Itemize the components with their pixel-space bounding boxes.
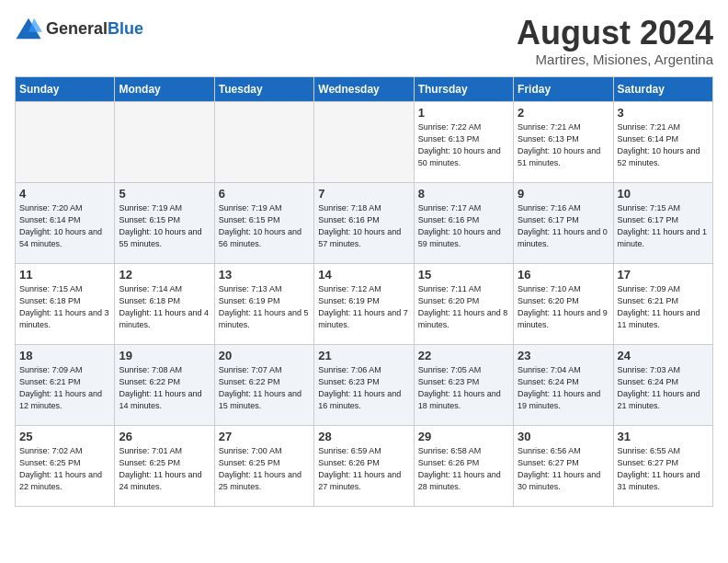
day-info: Sunrise: 7:08 AM Sunset: 6:22 PM Dayligh… <box>119 364 210 412</box>
day-number: 6 <box>219 187 310 201</box>
calendar-cell: 18Sunrise: 7:09 AM Sunset: 6:21 PM Dayli… <box>16 344 115 425</box>
logo-general: GeneralBlue <box>46 20 143 38</box>
day-number: 4 <box>19 187 110 201</box>
logo-icon <box>15 15 42 42</box>
day-number: 11 <box>19 268 110 282</box>
calendar-cell: 24Sunrise: 7:03 AM Sunset: 6:24 PM Dayli… <box>613 344 712 425</box>
day-info: Sunrise: 7:09 AM Sunset: 6:21 PM Dayligh… <box>618 283 709 331</box>
day-info: Sunrise: 7:21 AM Sunset: 6:13 PM Dayligh… <box>518 121 609 169</box>
day-info: Sunrise: 7:10 AM Sunset: 6:20 PM Dayligh… <box>518 283 609 331</box>
day-number: 16 <box>518 268 609 282</box>
calendar-cell: 31Sunrise: 6:55 AM Sunset: 6:27 PM Dayli… <box>613 425 712 506</box>
calendar-cell: 28Sunrise: 6:59 AM Sunset: 6:26 PM Dayli… <box>314 425 414 506</box>
calendar-cell: 2Sunrise: 7:21 AM Sunset: 6:13 PM Daylig… <box>514 101 613 182</box>
header: GeneralBlue August 2024 Martires, Mision… <box>15 15 713 67</box>
day-info: Sunrise: 7:02 AM Sunset: 6:25 PM Dayligh… <box>19 445 110 493</box>
day-number: 25 <box>19 430 110 443</box>
day-info: Sunrise: 7:15 AM Sunset: 6:18 PM Dayligh… <box>19 283 110 331</box>
day-info: Sunrise: 7:19 AM Sunset: 6:15 PM Dayligh… <box>219 202 310 250</box>
calendar-cell <box>214 101 313 182</box>
month-title: August 2024 <box>517 15 713 52</box>
calendar-week-row: 4Sunrise: 7:20 AM Sunset: 6:14 PM Daylig… <box>16 182 713 263</box>
weekday-header: Sunday <box>16 76 115 101</box>
day-info: Sunrise: 7:20 AM Sunset: 6:14 PM Dayligh… <box>19 202 110 250</box>
day-info: Sunrise: 7:18 AM Sunset: 6:16 PM Dayligh… <box>318 202 409 250</box>
calendar-cell: 16Sunrise: 7:10 AM Sunset: 6:20 PM Dayli… <box>514 263 613 344</box>
calendar-cell: 1Sunrise: 7:22 AM Sunset: 6:13 PM Daylig… <box>414 101 513 182</box>
calendar-table: SundayMondayTuesdayWednesdayThursdayFrid… <box>15 76 713 507</box>
calendar-cell: 3Sunrise: 7:21 AM Sunset: 6:14 PM Daylig… <box>613 101 712 182</box>
day-info: Sunrise: 7:09 AM Sunset: 6:21 PM Dayligh… <box>19 364 110 412</box>
day-number: 31 <box>618 430 709 443</box>
location-title: Martires, Misiones, Argentina <box>517 52 713 67</box>
day-info: Sunrise: 7:14 AM Sunset: 6:18 PM Dayligh… <box>119 283 210 331</box>
day-number: 28 <box>318 430 409 443</box>
day-number: 23 <box>518 349 609 362</box>
calendar-cell: 14Sunrise: 7:12 AM Sunset: 6:19 PM Dayli… <box>314 263 414 344</box>
day-info: Sunrise: 7:07 AM Sunset: 6:22 PM Dayligh… <box>219 364 310 412</box>
calendar-cell: 17Sunrise: 7:09 AM Sunset: 6:21 PM Dayli… <box>613 263 712 344</box>
calendar-week-row: 25Sunrise: 7:02 AM Sunset: 6:25 PM Dayli… <box>16 425 713 506</box>
day-info: Sunrise: 7:17 AM Sunset: 6:16 PM Dayligh… <box>418 202 509 250</box>
day-number: 19 <box>119 349 210 362</box>
day-number: 20 <box>219 349 310 362</box>
day-info: Sunrise: 7:19 AM Sunset: 6:15 PM Dayligh… <box>119 202 210 250</box>
day-info: Sunrise: 6:55 AM Sunset: 6:27 PM Dayligh… <box>618 445 709 493</box>
day-info: Sunrise: 7:03 AM Sunset: 6:24 PM Dayligh… <box>618 364 709 412</box>
calendar-cell: 9Sunrise: 7:16 AM Sunset: 6:17 PM Daylig… <box>514 182 613 263</box>
day-info: Sunrise: 7:13 AM Sunset: 6:19 PM Dayligh… <box>219 283 310 331</box>
day-info: Sunrise: 7:04 AM Sunset: 6:24 PM Dayligh… <box>518 364 609 412</box>
day-info: Sunrise: 6:59 AM Sunset: 6:26 PM Dayligh… <box>318 445 409 493</box>
weekday-header: Monday <box>115 76 214 101</box>
calendar-cell: 26Sunrise: 7:01 AM Sunset: 6:25 PM Dayli… <box>115 425 214 506</box>
day-number: 8 <box>418 187 509 201</box>
calendar-week-row: 11Sunrise: 7:15 AM Sunset: 6:18 PM Dayli… <box>16 263 713 344</box>
day-info: Sunrise: 7:16 AM Sunset: 6:17 PM Dayligh… <box>518 202 609 250</box>
weekday-header: Wednesday <box>314 76 414 101</box>
day-number: 18 <box>19 349 110 362</box>
calendar-week-row: 18Sunrise: 7:09 AM Sunset: 6:21 PM Dayli… <box>16 344 713 425</box>
day-number: 5 <box>119 187 210 201</box>
day-number: 2 <box>518 106 609 120</box>
day-number: 3 <box>618 106 709 120</box>
calendar-cell: 5Sunrise: 7:19 AM Sunset: 6:15 PM Daylig… <box>115 182 214 263</box>
calendar-cell: 4Sunrise: 7:20 AM Sunset: 6:14 PM Daylig… <box>16 182 115 263</box>
calendar-cell: 29Sunrise: 6:58 AM Sunset: 6:26 PM Dayli… <box>414 425 513 506</box>
day-number: 12 <box>119 268 210 282</box>
day-info: Sunrise: 7:06 AM Sunset: 6:23 PM Dayligh… <box>318 364 409 412</box>
day-number: 14 <box>318 268 409 282</box>
calendar-cell: 21Sunrise: 7:06 AM Sunset: 6:23 PM Dayli… <box>314 344 414 425</box>
day-info: Sunrise: 7:12 AM Sunset: 6:19 PM Dayligh… <box>318 283 409 331</box>
day-number: 15 <box>418 268 509 282</box>
calendar-cell: 11Sunrise: 7:15 AM Sunset: 6:18 PM Dayli… <box>16 263 115 344</box>
logo: GeneralBlue <box>15 15 143 42</box>
calendar-week-row: 1Sunrise: 7:22 AM Sunset: 6:13 PM Daylig… <box>16 101 713 182</box>
weekday-header: Friday <box>514 76 613 101</box>
day-number: 24 <box>618 349 709 362</box>
day-info: Sunrise: 7:11 AM Sunset: 6:20 PM Dayligh… <box>418 283 509 331</box>
calendar-cell: 20Sunrise: 7:07 AM Sunset: 6:22 PM Dayli… <box>214 344 313 425</box>
day-number: 26 <box>119 430 210 443</box>
calendar-cell <box>115 101 214 182</box>
weekday-header: Saturday <box>613 76 712 101</box>
day-number: 21 <box>318 349 409 362</box>
calendar-cell: 7Sunrise: 7:18 AM Sunset: 6:16 PM Daylig… <box>314 182 414 263</box>
calendar-cell <box>16 101 115 182</box>
day-number: 30 <box>518 430 609 443</box>
weekday-header: Tuesday <box>214 76 313 101</box>
calendar-cell: 8Sunrise: 7:17 AM Sunset: 6:16 PM Daylig… <box>414 182 513 263</box>
calendar-cell <box>314 101 414 182</box>
day-number: 17 <box>618 268 709 282</box>
day-number: 1 <box>418 106 509 120</box>
day-number: 22 <box>418 349 509 362</box>
day-number: 7 <box>318 187 409 201</box>
weekday-header: Thursday <box>414 76 513 101</box>
calendar-cell: 13Sunrise: 7:13 AM Sunset: 6:19 PM Dayli… <box>214 263 313 344</box>
calendar-cell: 10Sunrise: 7:15 AM Sunset: 6:17 PM Dayli… <box>613 182 712 263</box>
calendar-cell: 22Sunrise: 7:05 AM Sunset: 6:23 PM Dayli… <box>414 344 513 425</box>
calendar-cell: 23Sunrise: 7:04 AM Sunset: 6:24 PM Dayli… <box>514 344 613 425</box>
day-info: Sunrise: 7:22 AM Sunset: 6:13 PM Dayligh… <box>418 121 509 169</box>
calendar-cell: 25Sunrise: 7:02 AM Sunset: 6:25 PM Dayli… <box>16 425 115 506</box>
calendar-cell: 12Sunrise: 7:14 AM Sunset: 6:18 PM Dayli… <box>115 263 214 344</box>
calendar-cell: 30Sunrise: 6:56 AM Sunset: 6:27 PM Dayli… <box>514 425 613 506</box>
